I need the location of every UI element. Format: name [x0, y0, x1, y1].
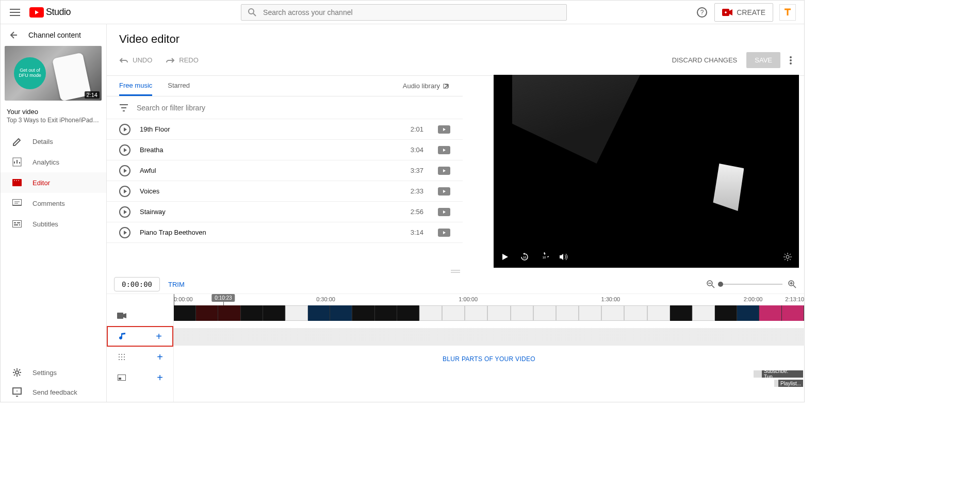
search-icon [248, 8, 257, 17]
subtitles-icon [12, 219, 22, 229]
tab-free-music[interactable]: Free music [119, 76, 152, 96]
add-audio-button[interactable]: + [156, 331, 162, 343]
volume-icon[interactable] [559, 252, 569, 262]
track-audio-row[interactable]: + [107, 326, 173, 347]
track-row[interactable]: 19th Floor2:01 [107, 119, 463, 140]
settings-icon [12, 367, 22, 378]
redo-button[interactable]: REDO [166, 56, 199, 64]
music-note-icon [118, 332, 127, 341]
track-endscreen-row[interactable]: + [107, 367, 173, 388]
zoom-in-icon[interactable] [788, 280, 797, 289]
track-row[interactable]: Piano Trap Beethoven3:14 [107, 222, 463, 243]
svg-point-11 [790, 56, 792, 58]
svg-point-10 [17, 391, 18, 392]
thumb-duration: 2:14 [85, 91, 100, 99]
play-track-button[interactable] [119, 186, 130, 197]
account-avatar[interactable] [779, 4, 796, 21]
yt-badge-icon [438, 187, 450, 196]
search-input[interactable] [263, 8, 560, 17]
resize-handle[interactable] [107, 268, 804, 275]
play-track-button[interactable] [119, 206, 130, 218]
page-title: Video editor [107, 24, 804, 46]
svg-point-0 [249, 9, 254, 14]
add-endscreen-button[interactable]: + [157, 372, 163, 384]
svg-point-13 [790, 62, 792, 64]
svg-point-27 [119, 359, 120, 360]
library-search-input[interactable] [137, 104, 450, 112]
time-marker[interactable]: 0:10:23 [211, 294, 235, 302]
video-clip-strip[interactable] [174, 305, 804, 321]
audio-waveform[interactable] [174, 328, 804, 346]
undo-button[interactable]: UNDO [119, 56, 152, 64]
external-link-icon [443, 83, 450, 90]
yt-badge-icon [438, 229, 450, 237]
tab-starred[interactable]: Starred [168, 76, 190, 96]
play-track-button[interactable] [119, 124, 130, 135]
add-blur-button[interactable]: + [157, 351, 163, 363]
track-duration: 3:14 [411, 229, 423, 236]
track-duration: 2:56 [411, 208, 423, 216]
hamburger-menu[interactable] [9, 6, 21, 19]
track-name: Stairway [140, 208, 401, 216]
svg-point-23 [124, 354, 125, 355]
global-search[interactable] [241, 4, 567, 21]
sidebar-item-details[interactable]: Details [1, 131, 106, 152]
editor-icon [12, 177, 22, 188]
camera-icon [117, 311, 126, 320]
thumb-bubble-text: Get out of DFU mode [14, 57, 46, 89]
send-feedback-icon [12, 387, 22, 397]
svg-point-21 [119, 354, 120, 355]
video-thumbnail[interactable]: Get out of DFU mode 2:14 [5, 46, 102, 101]
zoom-slider[interactable] [721, 284, 782, 285]
track-blur-row[interactable]: + [107, 347, 173, 367]
track-row[interactable]: Breatha3:04 [107, 140, 463, 160]
track-name: Breatha [140, 146, 401, 154]
play-track-button[interactable] [119, 227, 130, 238]
zoom-out-icon[interactable] [706, 280, 715, 289]
play-track-button[interactable] [119, 165, 130, 176]
help-icon[interactable]: ? [696, 6, 708, 19]
video-title: Your video [7, 108, 100, 116]
create-button[interactable]: CREATE [714, 3, 773, 22]
sidebar-item-editor[interactable]: Editor [1, 172, 106, 193]
ruler-tick: 2:00:00 [744, 296, 763, 302]
sidebar-item-send-feedback[interactable]: Send feedback [1, 382, 106, 402]
play-icon[interactable] [500, 252, 510, 262]
settings-icon[interactable] [782, 252, 793, 262]
audio-library-link[interactable]: Audio library [403, 82, 450, 90]
ruler-tick: 1:00:00 [459, 296, 478, 302]
track-duration: 2:33 [411, 187, 423, 195]
track-row[interactable]: Voices2:33 [107, 181, 463, 202]
endscreen-chip-subscribe[interactable]: Subscribe: Tun... [762, 370, 803, 378]
track-row[interactable]: Awful3:37 [107, 160, 463, 181]
sidebar-item-subtitles[interactable]: Subtitles [1, 214, 106, 234]
endscreen-track[interactable]: Subscribe: Tun... Playlist... [174, 369, 804, 390]
track-row[interactable]: Stairway2:56 [107, 202, 463, 222]
create-label: CREATE [737, 8, 765, 17]
yt-badge-icon [438, 208, 450, 216]
save-button: SAVE [746, 52, 780, 68]
trim-button[interactable]: TRIM [168, 281, 185, 288]
discard-button[interactable]: DISCARD CHANGES [672, 56, 737, 64]
more-menu[interactable] [790, 56, 792, 64]
avatar-icon [783, 8, 792, 17]
studio-logo[interactable]: Studio [29, 7, 71, 18]
video-subtitle: Top 3 Ways to Exit iPhone/iPad fro... [7, 117, 100, 124]
yt-badge-icon [438, 146, 450, 154]
back-button[interactable] [7, 29, 19, 41]
blur-placeholder[interactable]: BLUR PARTS OF YOUR VIDEO [174, 349, 804, 369]
video-player[interactable]: 10 10 [494, 75, 799, 268]
play-track-button[interactable] [119, 144, 130, 156]
svg-text:?: ? [700, 9, 704, 16]
rewind-10-icon[interactable]: 10 [519, 252, 530, 262]
sidebar-item-analytics[interactable]: Analytics [1, 152, 106, 172]
track-duration: 3:37 [411, 167, 423, 174]
sidebar-item-comments[interactable]: Comments [1, 193, 106, 214]
current-time[interactable]: 0:00:00 [114, 277, 160, 291]
track-name: Voices [140, 187, 401, 195]
endscreen-chip-playlist[interactable]: Playlist... [778, 380, 803, 387]
track-duration: 2:01 [411, 125, 423, 133]
sidebar-item-settings[interactable]: Settings [1, 363, 106, 382]
forward-10-icon[interactable]: 10 [539, 252, 549, 262]
filter-icon[interactable] [119, 104, 128, 111]
